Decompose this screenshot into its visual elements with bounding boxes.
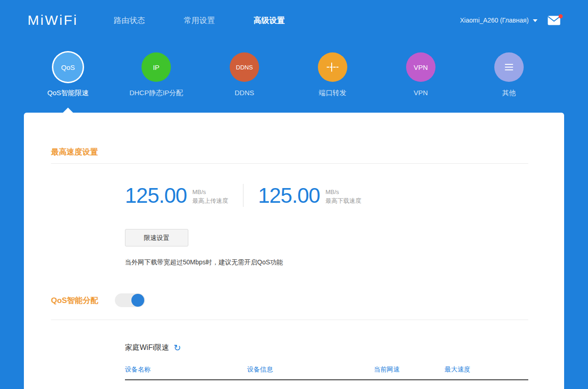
feature-label: 其他 — [502, 89, 516, 97]
header-right: Xiaomi_A260 (Главная) — [460, 16, 560, 25]
feature-label: QoS智能限速 — [47, 89, 89, 97]
main-nav: 路由状态 常用设置 高级设置 — [114, 15, 285, 26]
feature-vpn[interactable]: VPN VPN — [397, 52, 445, 97]
speed-limit-settings-button[interactable]: 限速设置 — [125, 229, 188, 246]
col-current-speed: 当前网速 — [374, 366, 445, 374]
qos-allocation-row: QoS智能分配 — [51, 293, 564, 307]
ddns-icon: DDNS — [230, 52, 259, 82]
wifi-limit-title: 家庭WiFi限速 — [125, 343, 169, 353]
nav-router-status[interactable]: 路由状态 — [114, 15, 145, 26]
col-device-name: 设备名称 — [125, 366, 247, 374]
router-name: Xiaomi_A260 (Главная) — [460, 17, 529, 24]
vpn-icon: VPN — [406, 52, 435, 82]
divider — [51, 163, 528, 164]
chevron-down-icon — [533, 19, 537, 22]
divider — [243, 184, 243, 207]
nav-advanced-settings[interactable]: 高级设置 — [254, 15, 285, 26]
menu-icon — [494, 52, 524, 82]
device-table-header: 设备名称 设备信息 当前网速 最大速度 — [125, 366, 528, 380]
miwifi-logo[interactable]: MiWiFi — [28, 12, 78, 28]
col-max-speed: 最大速度 — [445, 366, 528, 374]
notification-badge — [559, 14, 563, 18]
ip-icon-label: IP — [153, 63, 159, 71]
qos-hint-text: 当外网下载带宽超过50Mbps时，建议无需开启QoS功能 — [125, 258, 564, 267]
feature-qos[interactable]: QoS QoS智能限速 — [44, 52, 92, 97]
feature-ddns[interactable]: DDNS DDNS — [220, 52, 268, 97]
vpn-icon-label: VPN — [414, 63, 428, 71]
feature-other[interactable]: 其他 — [485, 52, 533, 97]
divider — [51, 320, 528, 320]
download-speed-label: 最高下载速度 — [325, 197, 361, 205]
router-selector[interactable]: Xiaomi_A260 (Главная) — [460, 17, 537, 24]
download-speed-unit: MB/s — [325, 189, 361, 195]
qos-icon-label: QoS — [61, 63, 75, 71]
toggle-knob — [131, 294, 144, 307]
upload-speed-value: 125.00 — [125, 183, 187, 208]
qos-toggle[interactable] — [115, 293, 145, 307]
feature-label: VPN — [414, 89, 428, 97]
feature-label: DHCP静态IP分配 — [130, 89, 183, 97]
feature-label: DDNS — [235, 89, 254, 97]
mail-icon[interactable] — [548, 16, 560, 25]
refresh-icon[interactable] — [174, 343, 181, 352]
upload-speed-unit: MB/s — [192, 189, 228, 195]
wifi-limit-header: 家庭WiFi限速 — [125, 343, 564, 353]
ip-icon: IP — [141, 52, 171, 82]
max-speed-section-title: 最高速度设置 — [24, 113, 564, 157]
download-speed-block: 125.00 MB/s 最高下载速度 — [258, 183, 362, 208]
qos-icon: QoS — [53, 52, 83, 82]
nav-common-settings[interactable]: 常用设置 — [184, 15, 215, 26]
device-table: 设备名称 设备信息 当前网速 最大速度 DESKTOP 192.168.31.1… — [125, 366, 528, 389]
qos-settings-panel: 最高速度设置 125.00 MB/s 最高上传速度 125.00 MB/s 最高… — [24, 113, 564, 389]
upload-speed-label: 最高上传速度 — [192, 197, 228, 205]
upload-speed-block: 125.00 MB/s 最高上传速度 — [125, 183, 228, 208]
col-device-info: 设备信息 — [247, 366, 374, 374]
active-tab-pointer — [62, 108, 74, 113]
advanced-settings-tabs: QoS QoS智能限速 IP DHCP静态IP分配 DDNS DDNS 端口转发… — [44, 52, 588, 97]
top-header: MiWiFi 路由状态 常用设置 高级设置 Xiaomi_A260 (Главн… — [0, 0, 588, 40]
feature-dhcp[interactable]: IP DHCP静态IP分配 — [132, 52, 180, 97]
speed-summary: 125.00 MB/s 最高上传速度 125.00 MB/s 最高下载速度 — [125, 183, 564, 208]
download-speed-value: 125.00 — [258, 183, 320, 208]
qos-allocation-title: QoS智能分配 — [51, 295, 98, 306]
feature-port-forward[interactable]: 端口转发 — [309, 52, 356, 97]
port-forward-icon — [318, 52, 347, 82]
ddns-icon-label: DDNS — [236, 64, 253, 71]
table-row: DESKTOP 192.168.31.152 00:0D:28:25:83:FD… — [125, 380, 528, 389]
feature-label: 端口转发 — [319, 89, 346, 97]
